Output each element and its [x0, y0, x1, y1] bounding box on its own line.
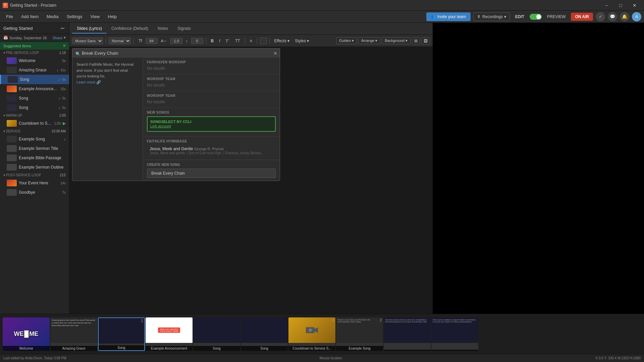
menu-media[interactable]: Media [43, 13, 62, 20]
date-row[interactable]: 📅 Sunday, September 26 Share ▾ [0, 34, 69, 42]
thumbnail-extra-2[interactable]: Once you've added a song Proclaim rememb… [431, 317, 478, 351]
bold-button[interactable]: B [209, 38, 216, 44]
thumbnail-song-3[interactable]: Song [241, 317, 288, 351]
sidebar-item-song-3[interactable]: Song ♪ 5s [0, 103, 69, 112]
font-style-select[interactable]: Normal [109, 38, 131, 44]
font-family-select[interactable]: Museo Sans [72, 38, 103, 44]
arrange-button[interactable]: Arrange ▾ [358, 37, 380, 44]
guides-button[interactable]: Guides ▾ [336, 37, 357, 44]
sidebar-item-announce[interactable]: Example Announce... 16s [0, 84, 69, 94]
suggested-items-close[interactable]: ✕ [63, 44, 66, 48]
sidebar-item-song-1[interactable]: Song ♪ 5s [0, 75, 69, 84]
sidebar-item-amazing-grace[interactable]: Amazing Grace ♪ 41s [0, 65, 69, 75]
divider-5 [257, 38, 257, 44]
window-controls[interactable]: − □ ✕ [600, 1, 641, 10]
songselect-link[interactable]: Link account [150, 124, 171, 128]
menu-help[interactable]: Help [104, 13, 120, 20]
sidebar-item-example-song[interactable]: Example Song ♪ [0, 134, 69, 144]
search-results-right: FAIRHAVEN WORSHIP No results WORSHIP TEA… [143, 58, 280, 181]
font-size-icon-button[interactable]: Tf [137, 38, 144, 44]
pre-service-time: 1:18 [59, 51, 66, 55]
suggested-items-label: Suggested Items [3, 44, 31, 48]
section-warmup[interactable]: ▾ WARM-UP 1:00 [0, 112, 69, 119]
maximize-button[interactable]: □ [614, 1, 627, 10]
image-button[interactable]: 🖼 [421, 37, 430, 45]
tn-countdown-content [288, 317, 335, 343]
sidebar-item-sermon-outline[interactable]: Example Sermon Outline [0, 163, 69, 172]
tab-slides-lyrics[interactable]: Slides (Lyrics) [72, 24, 107, 34]
menu-items: File Add Item Media Settings View Help [3, 13, 120, 20]
section-pre-service[interactable]: ▾ PRE-SERVICE LOOP 1:18 [0, 50, 69, 56]
user-avatar[interactable]: A [632, 12, 641, 21]
edit-button[interactable]: EDIT [513, 13, 527, 21]
section-post-service[interactable]: ▾ POST-SERVICE LOOP 21s [0, 172, 69, 178]
recordings-button[interactable]: 🎙 Recordings ▾ [473, 12, 510, 21]
background-button[interactable]: Background ▾ [382, 37, 411, 44]
align-button[interactable]: ≡ [248, 38, 254, 44]
color-picker-button[interactable] [260, 38, 267, 44]
tab-notes[interactable]: Notes [153, 24, 173, 34]
tab-signals[interactable]: Signals [173, 24, 195, 34]
thumbnail-song-1[interactable]: 2 Song [98, 317, 145, 351]
tab-confidence[interactable]: Confidence (Default) [107, 24, 153, 34]
grid-view-button[interactable]: ⊞ [412, 37, 420, 45]
styles-button[interactable]: Styles ▾ [293, 38, 311, 44]
menu-add-item[interactable]: Add Item [18, 13, 42, 20]
sidebar-item-goodbye[interactable]: Goodbye 7s [0, 188, 69, 197]
menu-file[interactable]: File [3, 13, 16, 20]
thumbnail-welcome[interactable]: WE█ME Welcome [3, 317, 50, 351]
mouse-location-label: Mouse location [320, 356, 342, 360]
suggested-items-bar: Suggested Items ✕ [0, 42, 69, 50]
bell-icon[interactable]: 🔔 [620, 12, 629, 21]
effects-button[interactable]: Effects ▾ [272, 38, 292, 44]
leading-input[interactable] [191, 38, 203, 44]
minimize-button[interactable]: − [600, 1, 613, 10]
thumbnail-extra-1[interactable]: Use the account menu to link your SongSe… [384, 317, 431, 351]
sidebar-item-welcome[interactable]: Welcome 6s [0, 56, 69, 65]
edit-preview-toggle[interactable] [530, 14, 542, 20]
close-button[interactable]: ✕ [628, 1, 641, 10]
learn-more-link[interactable]: Learn more [76, 80, 95, 84]
check-icon[interactable]: ✓ [596, 12, 605, 21]
thumbnail-announce[interactable]: Mark your calendar!YOUR EVENT HERE Examp… [146, 317, 193, 351]
tracking-icon-button[interactable]: A↔ [159, 38, 169, 44]
font-size-input[interactable] [146, 38, 158, 44]
divider-1 [106, 38, 106, 44]
sidebar-item-sermon-title[interactable]: Example Sermon Title [0, 144, 69, 153]
sidebar-item-countdown[interactable]: Countdown to Serv... 1:00 ▶ [0, 119, 69, 128]
thumbnail-song-2[interactable]: Song [193, 317, 240, 351]
welcome-thumbnail [7, 57, 17, 64]
chat-icon[interactable]: 💬 [608, 12, 617, 21]
search-clear-button[interactable]: ✕ [273, 51, 277, 56]
menu-view[interactable]: View [87, 13, 103, 20]
tracking-input[interactable] [170, 38, 182, 44]
divider-6 [269, 38, 270, 44]
sidebar-more-button[interactable]: ••• [59, 25, 66, 31]
sidebar-item-bible-passage[interactable]: Example Bible Passage [0, 153, 69, 163]
hymnbase-result-1[interactable]: Jesus, Meek and Gentle George R. Prynne … [147, 144, 276, 157]
warmup-time: 1:00 [59, 114, 66, 117]
song-search-input[interactable] [72, 48, 280, 58]
tn-example-song-number: 2 [380, 318, 382, 322]
sidebar-item-event[interactable]: Your Event Here 14s [0, 178, 69, 188]
menu-settings[interactable]: Settings [63, 13, 86, 20]
share-button[interactable]: Share [53, 36, 62, 40]
music-note-icon-3: ♪ [58, 97, 60, 100]
section-service[interactable]: ▾ SERVICE 10:00 AM [0, 128, 69, 134]
superscript-button[interactable]: T↑ [224, 37, 232, 45]
create-new-song-button[interactable]: Break Every Chain [147, 169, 276, 178]
thumbnail-example-song[interactable]: Paste in your lyrics and Proclaim will a… [336, 317, 383, 351]
microphone-icon: 🎙 [477, 14, 481, 19]
title-bar-left: P Getting Started - Proclaim [3, 3, 56, 8]
share-dropdown-icon: ▾ [64, 36, 66, 40]
leading-icon-button[interactable]: ↕ [184, 38, 190, 44]
thumbnails-bar: WE█ME Welcome Amazing grace how sweet th… [0, 314, 644, 354]
invite-team-button[interactable]: 👥 Invite your team [426, 12, 471, 21]
thumbnail-amazing-grace[interactable]: Amazing grace how sweet the sound That s… [50, 317, 97, 351]
thumbnail-countdown[interactable]: 1 Countdown to Service S... [288, 317, 335, 351]
on-air-button[interactable]: ON AIR [571, 13, 593, 21]
preview-button[interactable]: PREVIEW [544, 13, 568, 21]
sidebar-item-song-2[interactable]: Song ♪ 5s [0, 94, 69, 103]
italic-button[interactable]: I [217, 38, 222, 44]
allcaps-button[interactable]: TT [233, 38, 242, 44]
